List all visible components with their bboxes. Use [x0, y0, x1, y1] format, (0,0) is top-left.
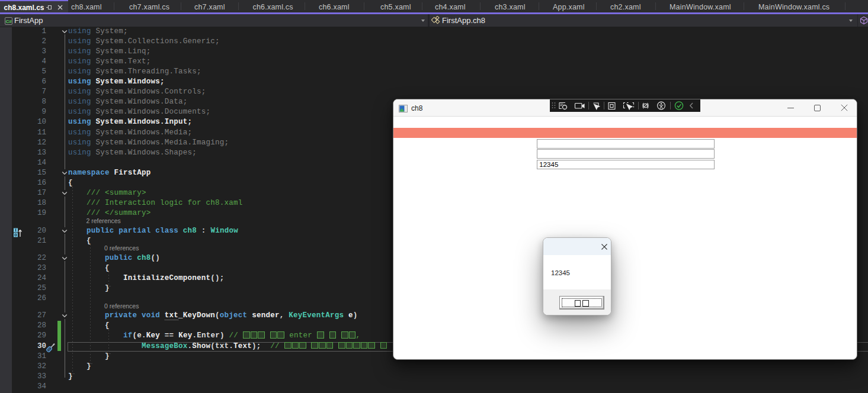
svg-text:C#: C# [5, 19, 12, 24]
